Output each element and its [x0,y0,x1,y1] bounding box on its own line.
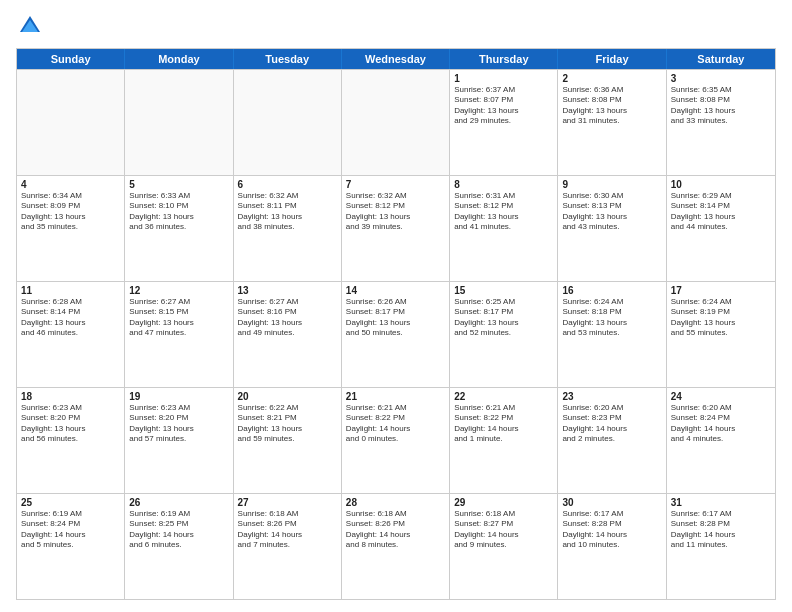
cell-info-line: and 56 minutes. [21,434,120,444]
cell-info-line: Sunset: 8:17 PM [454,307,553,317]
calendar-cell-20: 20Sunrise: 6:22 AMSunset: 8:21 PMDayligh… [234,388,342,493]
calendar-row-4: 18Sunrise: 6:23 AMSunset: 8:20 PMDayligh… [17,387,775,493]
cell-info-line: and 36 minutes. [129,222,228,232]
cell-info-line: and 7 minutes. [238,540,337,550]
day-number: 26 [129,497,228,508]
calendar-cell-3: 3Sunrise: 6:35 AMSunset: 8:08 PMDaylight… [667,70,775,175]
calendar-cell-4: 4Sunrise: 6:34 AMSunset: 8:09 PMDaylight… [17,176,125,281]
cell-info-line: and 46 minutes. [21,328,120,338]
calendar-cell-11: 11Sunrise: 6:28 AMSunset: 8:14 PMDayligh… [17,282,125,387]
day-number: 30 [562,497,661,508]
cell-info-line: Sunrise: 6:28 AM [21,297,120,307]
cell-info-line: Sunset: 8:14 PM [21,307,120,317]
cell-info-line: Daylight: 13 hours [21,424,120,434]
cell-info-line: and 49 minutes. [238,328,337,338]
cell-info-line: Sunset: 8:09 PM [21,201,120,211]
cell-info-line: and 4 minutes. [671,434,771,444]
cell-info-line: Daylight: 13 hours [562,212,661,222]
cell-info-line: Sunset: 8:14 PM [671,201,771,211]
calendar-cell-5: 5Sunrise: 6:33 AMSunset: 8:10 PMDaylight… [125,176,233,281]
calendar-cell-13: 13Sunrise: 6:27 AMSunset: 8:16 PMDayligh… [234,282,342,387]
cell-info-line: Sunrise: 6:31 AM [454,191,553,201]
day-number: 10 [671,179,771,190]
header [16,12,776,40]
calendar-cell-empty-0-1 [125,70,233,175]
calendar-cell-25: 25Sunrise: 6:19 AMSunset: 8:24 PMDayligh… [17,494,125,599]
cell-info-line: Sunset: 8:10 PM [129,201,228,211]
cell-info-line: Daylight: 14 hours [454,530,553,540]
cell-info-line: Sunset: 8:12 PM [346,201,445,211]
cell-info-line: and 43 minutes. [562,222,661,232]
cell-info-line: Daylight: 13 hours [454,212,553,222]
day-number: 17 [671,285,771,296]
cell-info-line: and 33 minutes. [671,116,771,126]
calendar-header: SundayMondayTuesdayWednesdayThursdayFrid… [17,49,775,69]
calendar-cell-2: 2Sunrise: 6:36 AMSunset: 8:08 PMDaylight… [558,70,666,175]
cell-info-line: and 8 minutes. [346,540,445,550]
day-number: 4 [21,179,120,190]
calendar-cell-30: 30Sunrise: 6:17 AMSunset: 8:28 PMDayligh… [558,494,666,599]
day-number: 16 [562,285,661,296]
day-number: 1 [454,73,553,84]
cell-info-line: Daylight: 13 hours [238,318,337,328]
cell-info-line: Sunrise: 6:32 AM [238,191,337,201]
day-number: 7 [346,179,445,190]
cell-info-line: Daylight: 13 hours [129,424,228,434]
day-number: 22 [454,391,553,402]
cell-info-line: Daylight: 13 hours [129,212,228,222]
cell-info-line: Daylight: 13 hours [562,106,661,116]
cell-info-line: Daylight: 13 hours [346,318,445,328]
cell-info-line: and 52 minutes. [454,328,553,338]
cell-info-line: Sunrise: 6:23 AM [21,403,120,413]
day-number: 12 [129,285,228,296]
calendar-cell-27: 27Sunrise: 6:18 AMSunset: 8:26 PMDayligh… [234,494,342,599]
cell-info-line: Sunset: 8:12 PM [454,201,553,211]
cell-info-line: and 53 minutes. [562,328,661,338]
day-number: 14 [346,285,445,296]
weekday-header-sunday: Sunday [17,49,125,69]
day-number: 24 [671,391,771,402]
logo [16,12,48,40]
cell-info-line: and 0 minutes. [346,434,445,444]
cell-info-line: Sunset: 8:23 PM [562,413,661,423]
cell-info-line: Daylight: 13 hours [21,212,120,222]
calendar-cell-29: 29Sunrise: 6:18 AMSunset: 8:27 PMDayligh… [450,494,558,599]
cell-info-line: Sunset: 8:11 PM [238,201,337,211]
day-number: 29 [454,497,553,508]
cell-info-line: Daylight: 14 hours [129,530,228,540]
calendar-row-1: 1Sunrise: 6:37 AMSunset: 8:07 PMDaylight… [17,69,775,175]
cell-info-line: and 57 minutes. [129,434,228,444]
cell-info-line: Daylight: 14 hours [21,530,120,540]
cell-info-line: Sunset: 8:16 PM [238,307,337,317]
cell-info-line: Sunset: 8:17 PM [346,307,445,317]
cell-info-line: Sunset: 8:08 PM [562,95,661,105]
calendar-cell-empty-0-3 [342,70,450,175]
cell-info-line: and 6 minutes. [129,540,228,550]
cell-info-line: Sunset: 8:21 PM [238,413,337,423]
calendar-cell-21: 21Sunrise: 6:21 AMSunset: 8:22 PMDayligh… [342,388,450,493]
cell-info-line: Sunset: 8:13 PM [562,201,661,211]
day-number: 15 [454,285,553,296]
calendar-cell-18: 18Sunrise: 6:23 AMSunset: 8:20 PMDayligh… [17,388,125,493]
cell-info-line: Daylight: 13 hours [671,212,771,222]
logo-icon [16,12,44,40]
cell-info-line: Sunrise: 6:20 AM [562,403,661,413]
cell-info-line: Sunrise: 6:27 AM [129,297,228,307]
cell-info-line: Sunset: 8:27 PM [454,519,553,529]
day-number: 31 [671,497,771,508]
cell-info-line: Sunrise: 6:17 AM [562,509,661,519]
cell-info-line: Sunrise: 6:24 AM [562,297,661,307]
cell-info-line: Daylight: 13 hours [671,106,771,116]
cell-info-line: Sunset: 8:28 PM [671,519,771,529]
cell-info-line: Daylight: 13 hours [346,212,445,222]
cell-info-line: and 35 minutes. [21,222,120,232]
calendar-cell-6: 6Sunrise: 6:32 AMSunset: 8:11 PMDaylight… [234,176,342,281]
cell-info-line: and 41 minutes. [454,222,553,232]
cell-info-line: Sunrise: 6:23 AM [129,403,228,413]
cell-info-line: Daylight: 13 hours [21,318,120,328]
cell-info-line: Sunrise: 6:18 AM [346,509,445,519]
cell-info-line: Daylight: 13 hours [562,318,661,328]
calendar-cell-12: 12Sunrise: 6:27 AMSunset: 8:15 PMDayligh… [125,282,233,387]
cell-info-line: Sunset: 8:18 PM [562,307,661,317]
day-number: 18 [21,391,120,402]
